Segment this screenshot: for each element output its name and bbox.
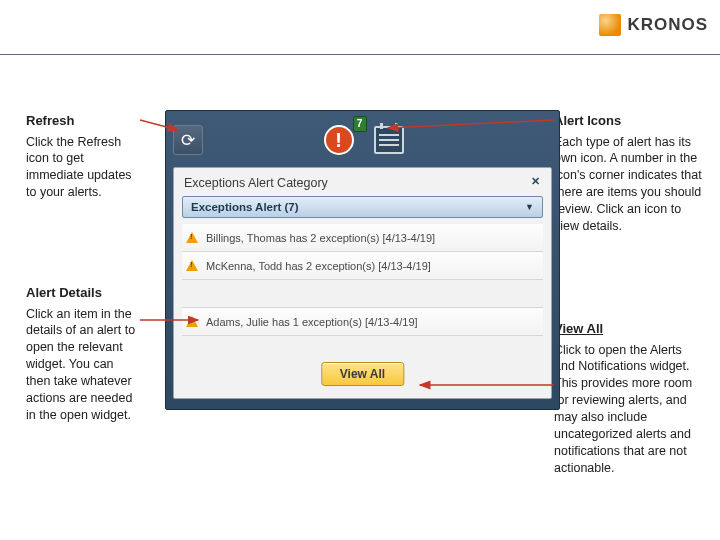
annotation-details: Alert Details Click an item in the detai… [26, 284, 141, 424]
alert-row-spacer [182, 280, 543, 308]
panel-close-button[interactable]: ✕ [527, 174, 543, 188]
warning-icon [186, 316, 198, 327]
alerts-widget: ⟳ ! 7 Exceptions Alert Category ✕ Except… [165, 110, 560, 410]
brand: KRONOS [599, 14, 708, 36]
alert-row[interactable]: Adams, Julie has 1 exception(s) [4/13-4/… [182, 308, 543, 336]
refresh-icon: ⟳ [181, 130, 195, 151]
alert-row[interactable]: Billings, Thomas has 2 exception(s) [4/1… [182, 224, 543, 252]
annotation-refresh: Refresh Click the Refresh icon to get im… [26, 112, 141, 201]
dropdown-label: Exceptions Alert (7) [191, 201, 299, 213]
exclamation-icon: ! [324, 125, 354, 155]
alert-count-badge: 7 [353, 116, 367, 132]
alert-row-text: McKenna, Todd has 2 exception(s) [4/13-4… [206, 260, 431, 272]
calendar-alert-icon[interactable] [374, 126, 404, 154]
alert-row-text: Billings, Thomas has 2 exception(s) [4/1… [206, 232, 435, 244]
alert-category-dropdown[interactable]: Exceptions Alert (7) ▼ [182, 196, 543, 218]
exceptions-alert-icon[interactable]: ! 7 [322, 123, 356, 157]
view-all-button[interactable]: View All [321, 362, 404, 386]
annotation-icons-body: Each type of alert has its own icon. A n… [554, 134, 704, 235]
brand-logo-icon [599, 14, 621, 36]
annotation-details-title: Alert Details [26, 284, 141, 302]
warning-icon [186, 232, 198, 243]
annotation-viewall: View All Click to open the Alerts and No… [554, 320, 704, 477]
panel-title: Exceptions Alert Category [184, 176, 328, 190]
refresh-button[interactable]: ⟳ [173, 125, 203, 155]
annotation-viewall-body: Click to open the Alerts and Notificatio… [554, 342, 704, 477]
brand-name: KRONOS [627, 15, 708, 35]
annotation-viewall-title: View All [554, 320, 704, 338]
annotation-refresh-title: Refresh [26, 112, 141, 130]
annotation-refresh-body: Click the Refresh icon to get immediate … [26, 134, 141, 202]
chevron-down-icon: ▼ [525, 202, 534, 212]
annotation-details-body: Click an item in the details of an alert… [26, 306, 141, 424]
alert-row[interactable]: McKenna, Todd has 2 exception(s) [4/13-4… [182, 252, 543, 280]
warning-icon [186, 260, 198, 271]
alert-row-text: Adams, Julie has 1 exception(s) [4/13-4/… [206, 316, 418, 328]
annotation-icons: Alert Icons Each type of alert has its o… [554, 112, 704, 235]
annotation-icons-title: Alert Icons [554, 112, 704, 130]
